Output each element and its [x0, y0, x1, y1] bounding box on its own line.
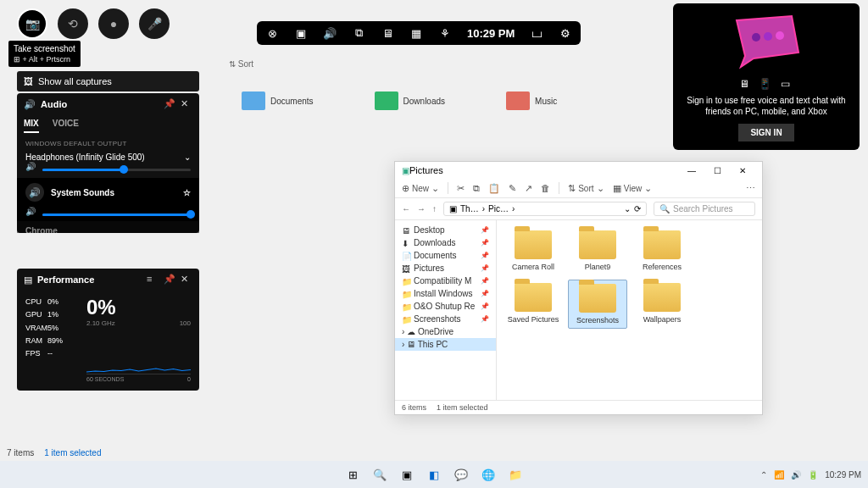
mic-button[interactable]: 🎤: [139, 8, 170, 39]
sidebar-item[interactable]: ⬇Downloads📌: [395, 236, 496, 249]
capture-bar: 📷 ⟲ ● 🎤: [17, 8, 170, 39]
output-device[interactable]: Headphones (Infinity Glide 500): [25, 152, 145, 162]
sidebar-item[interactable]: 📁O&O Shutup Re📌: [395, 300, 496, 313]
folder-item[interactable]: Camera Roll: [504, 227, 563, 274]
wifi-icon[interactable]: 📶: [774, 470, 784, 480]
signin-message: Sign in to use free voice and text chat …: [682, 95, 851, 117]
pin-icon[interactable]: 📌: [164, 274, 175, 286]
folder-item[interactable]: Screenshots: [568, 280, 627, 329]
volume-icon[interactable]: 🔊: [25, 207, 36, 216]
share-icon[interactable]: ↗: [525, 183, 532, 194]
folder-documents[interactable]: Documents: [242, 92, 314, 110]
sign-in-button[interactable]: SIGN IN: [738, 124, 793, 141]
chat-icon[interactable]: 💬: [451, 464, 471, 485]
sidebar-item[interactable]: 📁Compatibility M📌: [395, 274, 496, 287]
refresh-icon[interactable]: ⟳: [634, 204, 641, 214]
close-button[interactable]: ✕: [730, 166, 755, 175]
chart-ymax: 100: [180, 319, 191, 327]
pin-icon[interactable]: 📌: [164, 98, 175, 110]
forward-button[interactable]: →: [417, 204, 426, 214]
folder-item[interactable]: References: [632, 227, 692, 274]
record-last-button[interactable]: ⟲: [58, 8, 88, 39]
pictures-icon: ▣: [402, 166, 409, 175]
volume-icon[interactable]: 🔊: [25, 162, 36, 171]
back-button[interactable]: ←: [402, 204, 410, 214]
group-icon[interactable]: ⚘: [438, 26, 452, 40]
xbox-icon[interactable]: ⊗: [265, 26, 279, 40]
show-all-captures[interactable]: 🖼 Show all captures: [17, 71, 199, 92]
delete-icon[interactable]: 🗑: [541, 183, 550, 193]
cpu-usage-chart: [86, 332, 191, 374]
sidebar-item[interactable]: 🖼Pictures📌: [395, 262, 496, 274]
desktop-folders: Documents Downloads Music: [242, 92, 557, 110]
default-output-label: WINDOWS DEFAULT OUTPUT: [17, 133, 199, 149]
folder-item[interactable]: Saved Pictures: [504, 280, 563, 329]
volume-icon: 🔊: [25, 183, 44, 202]
widgets-icon[interactable]: ◧: [424, 464, 444, 485]
explorer-content[interactable]: Camera RollPlanet9ReferencesSaved Pictur…: [497, 220, 762, 400]
copy-icon[interactable]: ⧉: [473, 183, 480, 194]
folder-item[interactable]: Wallpapers: [632, 280, 692, 329]
app-system-sounds: System Sounds: [51, 188, 114, 197]
cut-icon[interactable]: ✂: [457, 183, 465, 194]
tab-mix[interactable]: MIX: [24, 119, 39, 133]
xbox-signin-card: 🖥 📱 ▭ Sign in to use free voice and text…: [673, 3, 860, 150]
screenshot-button[interactable]: 📷: [17, 8, 47, 39]
close-icon[interactable]: ✕: [181, 98, 192, 110]
monitor-icon[interactable]: 🖥: [381, 26, 394, 40]
folder-downloads[interactable]: Downloads: [375, 92, 445, 110]
explorer-icon[interactable]: 📁: [505, 464, 526, 485]
mouse-icon[interactable]: ⌴: [530, 26, 543, 40]
master-volume-slider[interactable]: [42, 169, 191, 171]
close-icon[interactable]: ✕: [181, 274, 192, 286]
paste-icon[interactable]: 📋: [488, 183, 500, 194]
capture-icon[interactable]: ⧉: [352, 26, 365, 40]
gamebar-nav: ⊗ ▣ 🔊 ⧉ 🖥 ▦ ⚘ 10:29 PM ⌴ ⚙: [257, 21, 581, 45]
search-input[interactable]: 🔍 Search Pictures: [654, 202, 755, 216]
chevron-down-icon[interactable]: ⌄: [184, 152, 191, 162]
new-button[interactable]: ⊕ New ⌄: [402, 183, 439, 194]
sidebar-item[interactable]: 📁Screenshots📌: [395, 313, 496, 325]
chat-bubble-icon: [724, 12, 809, 71]
settings-icon[interactable]: ≡: [147, 274, 159, 286]
record-button[interactable]: ●: [98, 8, 129, 39]
audio-icon[interactable]: 🔊: [323, 26, 337, 40]
gamebar-clock: 10:29 PM: [467, 27, 515, 40]
chrome-icon[interactable]: 🌐: [478, 464, 498, 485]
tab-voice[interactable]: VOICE: [53, 119, 79, 133]
chevron-down-icon[interactable]: ⌄: [624, 204, 631, 214]
folder-music[interactable]: Music: [506, 92, 557, 110]
search-icon[interactable]: 🔍: [370, 464, 390, 485]
start-button[interactable]: ⊞: [342, 464, 363, 485]
volume-icon[interactable]: 🔊: [791, 470, 801, 480]
window-title: Pictures: [409, 165, 679, 175]
battery-icon[interactable]: 🔋: [808, 470, 818, 480]
resources-icon[interactable]: ▦: [409, 26, 423, 40]
sidebar-item[interactable]: 🖥Desktop📌: [395, 224, 496, 236]
taskbar-clock[interactable]: 10:29 PM: [825, 470, 861, 480]
sidebar-item[interactable]: 📄Documents📌: [395, 249, 496, 262]
widgets-icon[interactable]: ▣: [294, 26, 308, 40]
view-button[interactable]: ▦ View ⌄: [613, 183, 653, 194]
system-sounds-slider[interactable]: [42, 214, 191, 216]
sidebar-item-onedrive[interactable]: › ☁ OneDrive: [395, 325, 496, 338]
chevron-up-icon[interactable]: ⌃: [760, 470, 767, 480]
address-bar[interactable]: ▣ Th… › Pic… › ⌄ ⟳: [443, 202, 647, 216]
background-status: 7 items 1 item selected: [7, 448, 102, 458]
minimize-button[interactable]: —: [679, 166, 704, 175]
task-view-icon[interactable]: ▣: [397, 464, 417, 485]
folder-item[interactable]: Planet9: [568, 227, 627, 274]
cpu-big-percent: 0%: [86, 296, 116, 319]
rename-icon[interactable]: ✎: [509, 183, 516, 194]
sidebar-item-thispc[interactable]: › 🖥 This PC: [395, 338, 496, 351]
settings-icon[interactable]: ⚙: [559, 26, 572, 40]
more-icon[interactable]: ⋯: [746, 183, 755, 194]
app-chrome: Chrome: [25, 226, 58, 233]
up-button[interactable]: ↑: [432, 204, 437, 214]
pictures-explorer-window: ▣ Pictures — ☐ ✕ ⊕ New ⌄ ✂ ⧉ 📋 ✎ ↗ 🗑 ⇅ S…: [394, 161, 763, 415]
sidebar-item[interactable]: 📁Install Windows📌: [395, 287, 496, 300]
sort-button[interactable]: ⇅ Sort ⌄: [568, 183, 604, 194]
star-icon[interactable]: ☆: [183, 188, 191, 197]
sort-icon[interactable]: ⇅ Sort: [229, 59, 253, 69]
maximize-button[interactable]: ☐: [704, 166, 730, 175]
